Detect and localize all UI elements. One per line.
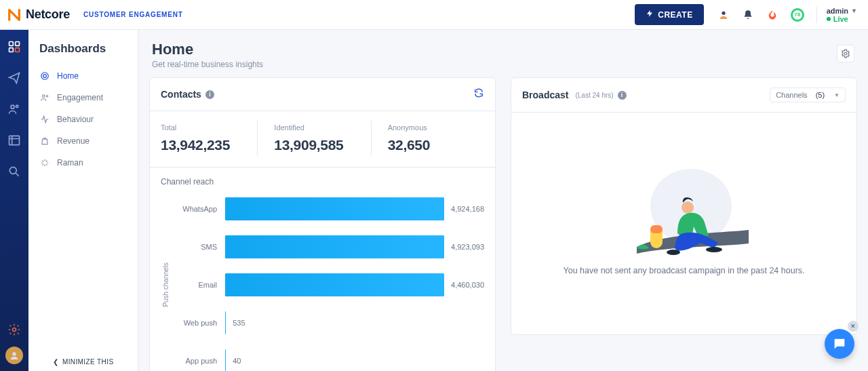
main: Home Get real-time business insights Con… bbox=[138, 30, 868, 371]
chevron-left-icon: ❮ bbox=[53, 358, 58, 366]
info-icon[interactable]: i bbox=[205, 90, 214, 99]
svg-rect-7 bbox=[9, 136, 20, 144]
rail-profile-icon[interactable] bbox=[5, 347, 23, 364]
channels-dropdown[interactable]: Channels (5) ▼ bbox=[770, 87, 846, 102]
bell-icon[interactable] bbox=[742, 9, 754, 21]
user-icon[interactable] bbox=[717, 9, 730, 21]
chart-category: SMS bbox=[176, 243, 217, 251]
caret-down-icon: ▼ bbox=[851, 7, 857, 14]
page-title: Home bbox=[152, 41, 263, 58]
metric-value: 13,942,235 bbox=[161, 137, 246, 153]
channels-count: (5) bbox=[816, 91, 825, 99]
page-settings-button[interactable] bbox=[837, 45, 854, 62]
refresh-button[interactable] bbox=[473, 87, 484, 101]
svg-point-9 bbox=[13, 328, 16, 332]
sidebar-item-revenue[interactable]: Revenue bbox=[28, 130, 138, 152]
svg-point-15 bbox=[844, 52, 847, 55]
brand-name: Netcore bbox=[26, 7, 70, 22]
sidebar-item-raman[interactable]: Raman bbox=[28, 152, 138, 174]
sidebar-item-home[interactable]: Home bbox=[28, 65, 138, 87]
chart-category: App push bbox=[176, 357, 217, 365]
sidebar-item-label: Raman bbox=[57, 158, 83, 168]
channels-dropdown-label: Channels bbox=[776, 91, 807, 99]
metric-label: Anonymous bbox=[388, 123, 473, 132]
broadcast-subtitle: (Last 24 hrs) bbox=[575, 92, 613, 99]
chat-close-button[interactable]: ✕ bbox=[848, 321, 859, 332]
sidebar-item-label: Home bbox=[57, 71, 79, 81]
contacts-card: Contacts i Total 13,942,235 Identified bbox=[149, 77, 496, 371]
svg-rect-18 bbox=[650, 225, 663, 233]
rail-audience-icon[interactable] bbox=[7, 102, 22, 117]
chart-value: 4,923,093 bbox=[451, 243, 484, 251]
activity-icon bbox=[39, 114, 50, 125]
chart-ylabel: Push channels bbox=[161, 262, 171, 307]
rail-search-icon[interactable] bbox=[7, 164, 22, 179]
minimize-label: MINIMIZE THIS bbox=[62, 358, 114, 366]
empty-illustration bbox=[623, 165, 745, 254]
svg-point-13 bbox=[43, 95, 45, 98]
svg-point-0 bbox=[722, 11, 725, 14]
page-subtitle: Get real-time business insights bbox=[152, 60, 263, 69]
chart-bar bbox=[225, 197, 444, 220]
chart-bar bbox=[225, 349, 226, 371]
svg-point-11 bbox=[41, 73, 49, 80]
bolt-icon bbox=[646, 9, 654, 20]
user-name-label: admin bbox=[827, 7, 848, 15]
target-icon bbox=[39, 71, 50, 81]
svg-point-5 bbox=[11, 105, 14, 109]
rail-settings-icon[interactable] bbox=[7, 322, 22, 337]
chart-bar bbox=[225, 273, 444, 296]
info-icon[interactable]: i bbox=[618, 91, 627, 100]
logo-icon bbox=[7, 7, 22, 22]
brand: Netcore CUSTOMER ENGAGEMENT bbox=[5, 7, 183, 22]
chart-row: Web push535 bbox=[176, 311, 484, 334]
health-score-ring[interactable]: 78 bbox=[791, 8, 804, 22]
user-status: Live bbox=[827, 15, 848, 23]
svg-point-19 bbox=[682, 201, 694, 214]
minimize-sidebar[interactable]: ❮ MINIMIZE THIS bbox=[28, 358, 138, 366]
channel-reach-chart: Channel reach Push channels WhatsApp4,92… bbox=[150, 168, 495, 371]
metric-label: Identified bbox=[274, 123, 359, 132]
broadcast-empty-state: You have not sent any broadcast campaign… bbox=[511, 113, 856, 334]
sidebar-item-label: Engagement bbox=[57, 93, 103, 102]
chart-row: SMS4,923,093 bbox=[176, 235, 484, 258]
chart-category: WhatsApp bbox=[176, 205, 217, 213]
chat-fab[interactable] bbox=[825, 329, 854, 359]
metric-value: 13,909,585 bbox=[274, 137, 359, 153]
chart-row: Email4,460,030 bbox=[176, 273, 484, 296]
svg-point-10 bbox=[12, 352, 16, 355]
broadcast-card: Broadcast (Last 24 hrs) i Channels (5) ▼ bbox=[511, 77, 857, 335]
rail-content-icon[interactable] bbox=[7, 133, 22, 148]
sidebar-item-label: Revenue bbox=[57, 136, 90, 146]
metric-total: Total 13,942,235 bbox=[161, 121, 258, 156]
empty-text: You have not sent any broadcast campaign… bbox=[563, 266, 804, 275]
chart-value: 535 bbox=[233, 319, 245, 327]
svg-rect-1 bbox=[9, 42, 14, 46]
svg-rect-3 bbox=[9, 48, 14, 52]
users-icon bbox=[39, 92, 50, 103]
chart-value: 40 bbox=[233, 357, 241, 365]
svg-point-14 bbox=[46, 96, 47, 97]
sidebar: Dashboards Home Engagement Behaviour Rev… bbox=[28, 30, 138, 371]
sidebar-item-label: Behaviour bbox=[57, 115, 94, 124]
sidebar-item-behaviour[interactable]: Behaviour bbox=[28, 109, 138, 130]
flame-icon[interactable] bbox=[766, 9, 778, 21]
topbar-icons: 78 bbox=[717, 8, 804, 22]
rail-dashboards-icon[interactable] bbox=[7, 39, 22, 54]
svg-point-12 bbox=[43, 75, 47, 78]
sidebar-title: Dashboards bbox=[28, 30, 138, 65]
chart-row: App push40 bbox=[176, 349, 484, 371]
chart-category: Web push bbox=[176, 319, 217, 327]
rail-campaigns-icon[interactable] bbox=[7, 71, 22, 85]
create-button-label: CREATE bbox=[658, 10, 692, 20]
contacts-metrics: Total 13,942,235 Identified 13,909,585 A… bbox=[150, 111, 495, 168]
create-button[interactable]: CREATE bbox=[635, 4, 703, 25]
broadcast-card-title: Broadcast (Last 24 hrs) i bbox=[522, 90, 627, 100]
sidebar-item-engagement[interactable]: Engagement bbox=[28, 87, 138, 109]
metric-anonymous: Anonymous 32,650 bbox=[372, 121, 484, 156]
user-menu[interactable]: admin ▼ Live bbox=[816, 7, 857, 23]
metric-label: Total bbox=[161, 123, 246, 132]
contacts-card-title: Contacts i bbox=[161, 89, 214, 100]
chart-row: WhatsApp4,924,168 bbox=[176, 197, 484, 220]
chart-title: Channel reach bbox=[161, 177, 484, 187]
